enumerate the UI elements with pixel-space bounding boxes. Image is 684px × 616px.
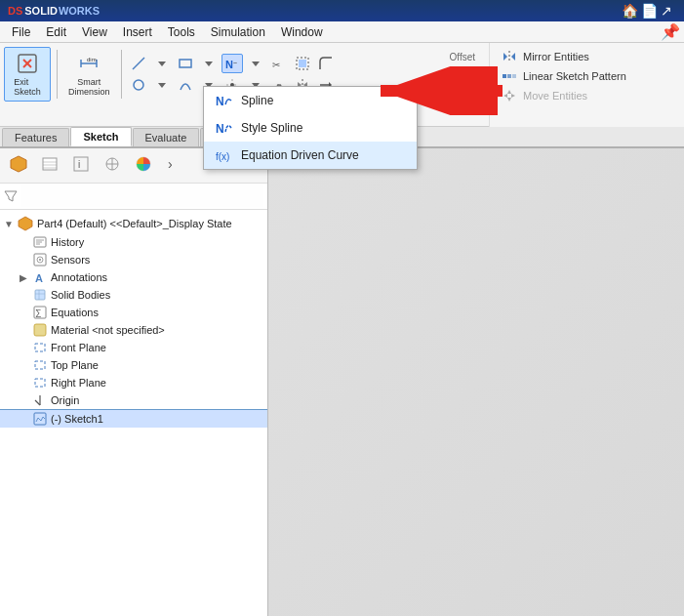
tree-front-plane[interactable]: Front Plane	[0, 339, 267, 356]
style-spline-menu-item[interactable]: N Style Spline	[204, 114, 417, 142]
svg-rect-60	[35, 290, 45, 300]
svg-point-17	[134, 80, 143, 90]
search-input[interactable]	[21, 185, 263, 207]
annotations-expand: ▶	[20, 272, 31, 283]
spline-n-dropdown[interactable]	[245, 54, 266, 73]
history-label: History	[51, 236, 84, 248]
svg-rect-71	[34, 413, 46, 425]
history-icon	[33, 235, 47, 249]
options-icon[interactable]: ↗	[661, 3, 676, 19]
svg-text:A: A	[35, 272, 43, 284]
top-plane-icon	[33, 358, 47, 372]
menu-bar: File Edit View Insert Tools Simulation W…	[0, 21, 684, 43]
mirror-entities-button[interactable]: Mirror Entities	[498, 47, 676, 66]
menu-insert[interactable]: Insert	[115, 23, 160, 41]
line-button[interactable]	[128, 54, 149, 73]
works-text: WORKS	[59, 5, 100, 17]
front-plane-label: Front Plane	[51, 342, 106, 353]
tools-btn-2[interactable]	[292, 54, 313, 73]
tools-btn-3[interactable]	[315, 54, 337, 73]
trim-icon: ✂	[271, 56, 287, 71]
menu-window[interactable]: Window	[273, 23, 331, 41]
svg-marker-31	[507, 90, 511, 94]
spline-n-icon: N ~	[224, 56, 240, 71]
arc-button[interactable]	[175, 75, 196, 95]
equation-driven-curve-menu-item[interactable]: f(x) Equation Driven Curve	[204, 142, 417, 169]
tab-evaluate[interactable]: Evaluate	[133, 128, 200, 146]
more-icon: ›	[165, 154, 181, 174]
list-icon	[40, 154, 60, 174]
spline-n-button[interactable]: N ~	[221, 54, 243, 73]
feature-btn-display[interactable]	[129, 151, 158, 180]
tree-right-plane[interactable]: Right Plane	[0, 374, 267, 391]
line-dropdown[interactable]	[151, 54, 173, 73]
tree-sketch1[interactable]: (-) Sketch1	[0, 409, 267, 428]
home-icon[interactable]: 🏠	[622, 3, 637, 19]
style-spline-icon: N	[216, 120, 233, 136]
equations-label: Equations	[51, 307, 99, 318]
tree-annotations[interactable]: ▶ A Annotations	[0, 268, 267, 286]
rectangle-dropdown[interactable]	[198, 54, 220, 73]
tab-sketch[interactable]: Sketch	[70, 127, 131, 146]
svg-text:✂: ✂	[272, 60, 280, 70]
feature-btn-part[interactable]	[4, 151, 33, 180]
arc-icon	[178, 77, 193, 93]
mirror-entities-icon	[502, 49, 517, 64]
pin-icon[interactable]: 📌	[661, 22, 680, 41]
drawing-area	[268, 148, 684, 616]
menu-file[interactable]: File	[4, 23, 38, 41]
tools-btn-1[interactable]: ✂	[268, 54, 290, 73]
feature-btn-constraints[interactable]	[98, 151, 127, 180]
tab-features[interactable]: Features	[2, 128, 69, 146]
tree-history[interactable]: History	[0, 233, 267, 251]
display-icon	[134, 154, 153, 174]
smart-dimension-button[interactable]: dim SmartDimension	[63, 47, 115, 102]
filter-icon	[4, 189, 18, 203]
mirror-entities-label: Mirror Entities	[523, 51, 589, 62]
tree-sensors[interactable]: Sensors	[0, 251, 267, 268]
convert-icon	[295, 56, 310, 71]
menu-simulation[interactable]: Simulation	[203, 23, 273, 41]
move-entities-button[interactable]: Move Entities	[498, 86, 676, 105]
svg-text:~: ~	[233, 60, 237, 66]
tree-equations[interactable]: ∑ Equations	[0, 304, 267, 321]
menu-tools[interactable]: Tools	[160, 23, 203, 41]
feature-btn-more[interactable]: ›	[160, 151, 185, 180]
tree-top-plane[interactable]: Top Plane	[0, 356, 267, 374]
svg-marker-8	[158, 62, 166, 66]
linear-sketch-pattern-button[interactable]: Linear Sketch Pattern	[498, 66, 676, 86]
svg-marker-34	[511, 94, 515, 98]
svg-text:∑: ∑	[35, 308, 41, 317]
equation-driven-label: Equation Driven Curve	[241, 148, 359, 162]
toolbar-right: Mirror Entities Linear Sketch Pattern Mo…	[489, 43, 684, 127]
svg-marker-38	[11, 156, 26, 172]
filter-row	[0, 184, 267, 210]
menu-view[interactable]: View	[74, 23, 115, 41]
sensors-icon	[33, 253, 47, 267]
tree-material[interactable]: Material <not specified>	[0, 321, 267, 339]
drawing-canvas	[268, 148, 684, 616]
svg-rect-30	[512, 74, 516, 78]
tree-root-label: Part4 (Default) <<Default>_Display State	[37, 218, 232, 229]
equation-driven-icon: f(x)	[216, 147, 233, 163]
svg-point-58	[39, 259, 41, 261]
tree-solid-bodies[interactable]: Solid Bodies	[0, 286, 267, 304]
feature-btn-list[interactable]	[35, 151, 64, 180]
feature-btn-properties[interactable]: i	[66, 151, 96, 180]
svg-line-7	[133, 58, 144, 69]
circle-button[interactable]	[128, 75, 149, 95]
rectangle-button[interactable]	[175, 54, 196, 73]
main-area: i	[0, 148, 684, 616]
menu-edit[interactable]: Edit	[38, 23, 74, 41]
tree-origin[interactable]: Origin	[0, 391, 267, 409]
circle-icon	[131, 77, 146, 93]
new-icon[interactable]: 📄	[641, 3, 657, 19]
origin-icon	[33, 393, 47, 407]
origin-label: Origin	[51, 394, 79, 406]
exit-sketch-button[interactable]: ExitSketch	[4, 47, 51, 102]
circle-dropdown[interactable]	[151, 75, 173, 95]
material-icon	[33, 323, 47, 337]
solid-text: SOLID	[24, 5, 58, 17]
tree-root[interactable]: ▼ Part4 (Default) <<Default>_Display Sta…	[0, 214, 267, 233]
feature-tree: ▼ Part4 (Default) <<Default>_Display Sta…	[0, 210, 267, 616]
